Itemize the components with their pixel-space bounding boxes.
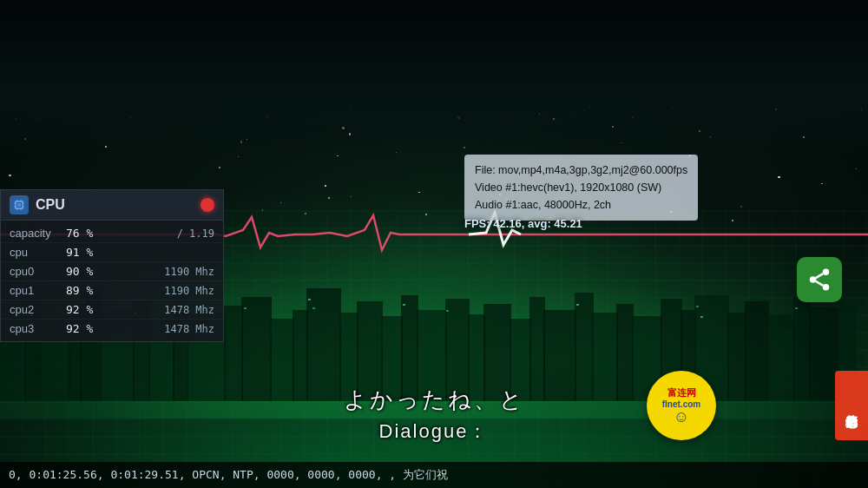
file-info-panel: File: mov,mp4,m4a,3gp,3g2,mj2@60.000fps …: [464, 155, 698, 221]
fps-info: FPS: 42.16, avg: 45.21: [464, 217, 582, 230]
stat-extra: / 1.19: [177, 228, 214, 240]
stat-row: cpu392 %1478 Mhz: [1, 320, 223, 338]
logo-smile: ☺: [674, 409, 689, 425]
stat-extra: 1478 Mhz: [164, 323, 214, 335]
stat-label: cpu2: [10, 303, 66, 316]
cpu-title: CPU: [36, 197, 194, 213]
stat-label: cpu3: [10, 322, 66, 335]
stat-row: capacity76 %/ 1.19: [1, 224, 223, 243]
stat-extra: 1190 Mhz: [164, 285, 214, 297]
stat-row: cpu090 %1190 Mhz: [1, 262, 223, 281]
right-badge: 消费者价值中心: [835, 371, 868, 440]
stat-row: cpu292 %1478 Mhz: [1, 300, 223, 320]
file-info-line3: Audio #1:aac, 48000Hz, 2ch: [475, 196, 687, 214]
subtitle-area: よかったね、と Dialogue：: [0, 385, 868, 445]
svg-point-53: [823, 269, 830, 276]
stat-label: cpu: [10, 246, 66, 259]
stat-value: 89 %: [66, 284, 93, 297]
file-info-line1: File: mov,mp4,m4a,3gp,3g2,mj2@60.000fps: [475, 162, 687, 179]
subtitle-dialogue: Dialogue：: [0, 419, 868, 445]
stat-extra: 1190 Mhz: [164, 266, 214, 278]
logo-top-text: 富连网: [667, 386, 696, 399]
stat-row: cpu91 %: [1, 243, 223, 262]
cpu-panel: CPU capacity76 %/ 1.19cpu91 %cpu090 %119…: [0, 189, 224, 342]
svg-line-57: [816, 274, 824, 278]
svg-line-56: [816, 281, 824, 286]
svg-point-54: [810, 276, 817, 283]
stat-value: 92 %: [66, 322, 93, 335]
share-icon: [806, 267, 832, 293]
cpu-header: CPU: [1, 190, 223, 221]
stat-label: cpu0: [10, 265, 66, 278]
stat-value: 76 %: [66, 227, 93, 240]
stat-label: cpu1: [10, 284, 66, 297]
stat-extra: 1478 Mhz: [164, 304, 214, 316]
record-dot: [201, 198, 214, 212]
svg-point-55: [823, 284, 830, 291]
cpu-stats: capacity76 %/ 1.19cpu91 %cpu090 %1190 Mh…: [1, 221, 223, 341]
logo-badge: 富连网 flnet.com ☺: [647, 371, 716, 440]
stat-label: capacity: [10, 227, 66, 240]
stat-value: 92 %: [66, 303, 93, 316]
bottom-bar: 0, 0:01:25.56, 0:01:29.51, OPCN, NTP, 00…: [0, 462, 868, 488]
stat-value: 91 %: [66, 246, 93, 259]
sky-top: [0, 0, 868, 156]
stat-value: 90 %: [66, 265, 93, 278]
share-button[interactable]: [797, 257, 842, 302]
file-info-line2: Video #1:hevc(hev1), 1920x1080 (SW): [475, 179, 687, 196]
subtitle-japanese: よかったね、と: [0, 385, 868, 415]
cpu-icon: [10, 195, 29, 214]
stat-row: cpu189 %1190 Mhz: [1, 281, 223, 300]
